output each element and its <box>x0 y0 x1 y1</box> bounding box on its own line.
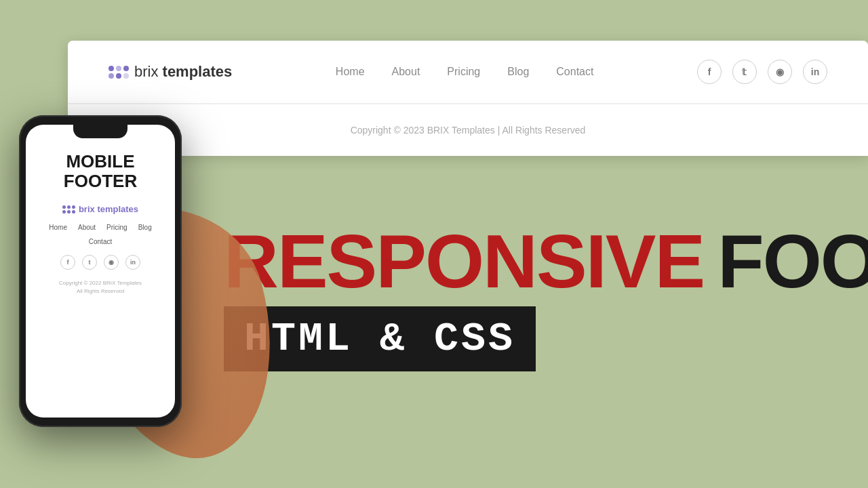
phone-frame: MOBILE FOOTER brix templates Home About … <box>19 115 182 427</box>
html-css-text: HTML & CSS <box>244 316 515 362</box>
phone-copyright: Copyright © 2022 BRIX Templates All Righ… <box>59 279 142 296</box>
linkedin-icon[interactable]: in <box>803 60 827 84</box>
nav-item-blog[interactable]: Blog <box>507 66 529 78</box>
instagram-icon[interactable]: ◉ <box>768 60 792 84</box>
phone-facebook-icon[interactable]: f <box>60 255 75 270</box>
phone-title: MOBILE FOOTER <box>64 152 137 190</box>
twitter-icon[interactable]: 𝕥 <box>732 60 757 84</box>
phone-social-icons: f t ◉ in <box>60 255 140 270</box>
nav-item-pricing[interactable]: Pricing <box>447 66 480 78</box>
phone-brand-dots-icon <box>62 205 75 214</box>
phone-nav-blog[interactable]: Blog <box>138 224 152 231</box>
nav-item-about[interactable]: About <box>392 66 420 78</box>
word-responsive: RESPONSIVE <box>224 224 704 300</box>
nav-link-blog[interactable]: Blog <box>507 66 529 77</box>
nav-item-contact[interactable]: Contact <box>556 66 593 78</box>
nav-link-about[interactable]: About <box>392 66 420 77</box>
phone-twitter-icon[interactable]: t <box>82 255 97 270</box>
phone-nav: Home About Pricing Blog Contact <box>37 224 164 245</box>
phone-nav-contact[interactable]: Contact <box>89 238 112 245</box>
phone-nav-pricing[interactable]: Pricing <box>106 224 127 231</box>
phone-linkedin-icon[interactable]: in <box>125 255 140 270</box>
nav-links: Home About Pricing Blog Contact <box>336 66 594 78</box>
phone-brand: brix templates <box>62 204 138 214</box>
word-footer: FOOTER <box>717 224 868 300</box>
facebook-icon[interactable]: f <box>697 60 722 84</box>
brand-dots-icon <box>108 66 129 79</box>
phone-mockup: MOBILE FOOTER brix templates Home About … <box>19 115 182 427</box>
phone-nav-home[interactable]: Home <box>49 224 67 231</box>
brand-logo: brix templates <box>108 63 232 81</box>
desktop-panel: brix templates Home About Pricing Blog C… <box>68 41 868 156</box>
nav-item-home[interactable]: Home <box>336 66 365 78</box>
nav-link-contact[interactable]: Contact <box>556 66 593 77</box>
big-heading: RESPONSIVE FOOTER <box>224 224 868 300</box>
nav-link-pricing[interactable]: Pricing <box>447 66 480 77</box>
brand-name: brix templates <box>134 63 232 81</box>
desktop-footer-copyright: Copyright © 2023 BRIX Templates | All Ri… <box>68 104 868 156</box>
desktop-nav: brix templates Home About Pricing Blog C… <box>68 41 868 104</box>
big-text-area: RESPONSIVE FOOTER HTML & CSS <box>224 224 868 371</box>
social-icons: f 𝕥 ◉ in <box>697 60 827 84</box>
phone-notch <box>73 125 127 138</box>
nav-link-home[interactable]: Home <box>336 66 365 77</box>
phone-brand-name: brix templates <box>79 204 138 214</box>
phone-screen: MOBILE FOOTER brix templates Home About … <box>26 125 175 418</box>
phone-instagram-icon[interactable]: ◉ <box>104 255 119 270</box>
phone-content: MOBILE FOOTER brix templates Home About … <box>26 125 175 418</box>
phone-nav-about[interactable]: About <box>78 224 96 231</box>
